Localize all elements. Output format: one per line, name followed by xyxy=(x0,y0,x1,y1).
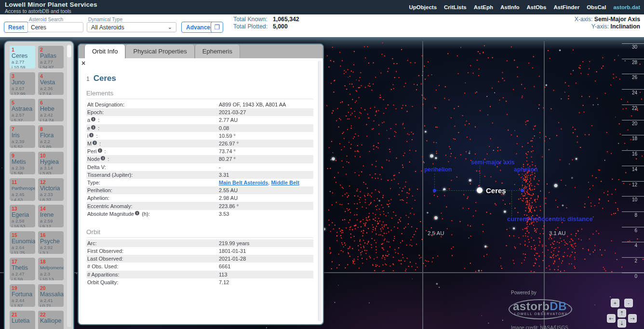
asteroid-name: Eunomia xyxy=(12,238,33,245)
property-label-end: (h): xyxy=(140,211,150,217)
pan-right-button[interactable]: ⇢ xyxy=(628,314,637,323)
total-known-value: 1,065,342 xyxy=(273,16,299,23)
asteroid-card[interactable]: 9 Metis a 2.39 i 5.58 xyxy=(10,152,35,174)
nav-link[interactable]: AstFinder xyxy=(553,4,579,10)
panel-tab[interactable]: Ephemeris xyxy=(195,44,240,58)
asteroid-card[interactable]: 12 Victoria a 2.33 i 8.37 xyxy=(38,178,64,201)
asteroid-card[interactable]: 1 Ceres a 2.77 i 10.59 xyxy=(10,46,35,68)
info-icon[interactable] xyxy=(91,125,95,130)
asteroid-card[interactable]: 20 Massalia a 2.41 i 0.71 xyxy=(38,284,64,307)
asteroid-card[interactable]: 21 Lutetia xyxy=(10,311,35,329)
property-label: Arc xyxy=(87,240,95,246)
property-label: Peri xyxy=(87,148,97,154)
tick-line xyxy=(622,105,644,105)
asteroid-card[interactable]: 19 Fortuna a 2.44 i 1.57 xyxy=(10,284,35,307)
type-link[interactable]: Middle Belt xyxy=(271,180,299,185)
nav-link[interactable]: UpObjects xyxy=(409,4,437,10)
tick-line xyxy=(622,89,644,90)
nav-link[interactable]: AstObs xyxy=(527,4,547,10)
asteroid-card[interactable]: 15 Eunomia a 2.64 i 11.75 xyxy=(10,231,35,254)
asteroid-search-input[interactable] xyxy=(27,22,83,32)
dynamical-type-select[interactable]: All Asteroids ⌄ xyxy=(87,22,176,32)
property-row: Type: Main Belt Asteroids, Middle Belt xyxy=(86,179,313,186)
asteroid-name: Hygiea xyxy=(40,158,62,165)
asteroid-name: Massalia xyxy=(40,291,62,298)
asteroid-card[interactable]: 18 Melpomene a 2.3 i 10.13 xyxy=(38,258,64,280)
asteroid-name: Vesta xyxy=(40,79,62,86)
asteroid-card[interactable]: 6 Hebe a 2.42 i 14.74 xyxy=(38,99,64,121)
reset-button[interactable]: Reset xyxy=(4,22,28,33)
asteroid-number: 17 xyxy=(12,259,33,264)
sidebar-scrollbar-track[interactable] xyxy=(67,44,71,327)
asteroid-card[interactable]: 3 Juno a 2.67 i 12.99 xyxy=(10,72,35,95)
asteroid-a-value: a 2.44 xyxy=(12,298,33,303)
property-label: Type xyxy=(87,180,99,185)
zoom-out-button[interactable]: - xyxy=(624,299,633,307)
nav-link[interactable]: AstInfo xyxy=(500,4,520,10)
property-value: 73.74 ° xyxy=(219,148,313,154)
asteroid-name: Iris xyxy=(12,132,33,139)
asteroid-card[interactable]: 22 Kalliope xyxy=(38,311,64,329)
object-title: 1Ceres xyxy=(86,74,313,83)
info-icon[interactable] xyxy=(89,133,94,137)
asteroid-number: 15 xyxy=(12,233,33,238)
sidebar-scrollbar-thumb[interactable] xyxy=(67,45,71,57)
property-row: e : 0.08 xyxy=(86,124,313,132)
panel-scrollbar-track[interactable] xyxy=(318,61,322,321)
info-icon[interactable] xyxy=(135,211,139,215)
tick-line xyxy=(622,150,644,151)
asteroid-card[interactable]: 11 Parthenope a 2.45 i 4.63 xyxy=(10,178,35,201)
property-row: a : 2.77 AU xyxy=(86,116,313,124)
pan-down-button[interactable]: ⇣ xyxy=(617,319,626,328)
info-icon[interactable] xyxy=(101,156,105,160)
asteroid-name: Thetis xyxy=(12,264,33,271)
asteroid-list-sidebar: 1 Ceres a 2.77 i 10.59 2 Pallas a 2.77 i… xyxy=(4,40,74,329)
close-icon[interactable]: × xyxy=(79,58,88,68)
pan-up-button[interactable]: ⇡ xyxy=(617,309,626,317)
asteroid-card[interactable]: 10 Hygiea a 3.14 i 3.83 xyxy=(38,152,64,174)
asteroid-a-value: a 2.39 xyxy=(12,139,33,144)
asteroid-card[interactable]: 4 Vesta a 2.36 i 7.14 xyxy=(38,72,64,95)
zoom-in-button[interactable]: + xyxy=(611,299,619,307)
tick-label: 30 xyxy=(632,44,637,50)
asteroid-card[interactable]: 2 Pallas a 2.77 i 34.87 xyxy=(38,46,64,68)
orbit-section-title: Orbit xyxy=(86,228,313,238)
property-label-end: : xyxy=(105,164,106,170)
asteroid-card[interactable]: 7 Iris a 2.39 i 5.52 xyxy=(10,125,35,148)
asteroid-card[interactable]: 8 Flora a 2.2 i 5.89 xyxy=(38,125,64,148)
x-axis-value: Semi-Major Axis xyxy=(594,16,640,23)
info-icon[interactable] xyxy=(91,117,95,121)
tick-label: 2 xyxy=(634,258,637,263)
asteroid-name: Juno xyxy=(12,79,33,86)
property-value: Main Belt Asteroids, Middle Belt xyxy=(219,180,313,185)
nav-link[interactable]: ObsCal xyxy=(587,4,606,10)
asteroid-number: 4 xyxy=(40,74,62,79)
property-label-end: : xyxy=(94,133,97,139)
asteroid-card[interactable]: 5 Astraea a 2.57 i 5.37 xyxy=(10,99,35,121)
property-label: Orbit Quality xyxy=(87,279,117,285)
tick-line xyxy=(622,74,644,74)
panel-tab[interactable]: Orbit Info xyxy=(84,44,125,58)
y-axis-tick: 6 xyxy=(622,227,644,234)
nav-link[interactable]: CritLists xyxy=(444,4,467,10)
panel-tab[interactable]: Physical Properties xyxy=(125,44,194,58)
asteroid-card[interactable]: 13 Egeria a 2.58 i 16.53 xyxy=(10,205,35,227)
chevron-down-icon: ⌄ xyxy=(168,25,172,30)
asteroid-card[interactable]: 16 Psyche a 2.92 i 3.1 xyxy=(38,231,64,254)
type-link[interactable]: Main Belt Asteroids xyxy=(219,180,268,185)
info-icon[interactable] xyxy=(98,148,102,153)
asteroid-card[interactable]: 17 Thetis a 2.47 i 5.59 xyxy=(10,258,35,280)
asteroid-a-value: a 2.58 xyxy=(12,218,33,224)
info-icon[interactable] xyxy=(93,141,97,145)
asteroid-i-value: i 3.1 xyxy=(40,250,62,254)
nav-link[interactable]: astorb.dat xyxy=(613,4,640,10)
plot-window-icon-button[interactable]: ❐ xyxy=(211,22,223,33)
nav-link[interactable]: AstEph xyxy=(474,4,493,10)
asteroid-card[interactable]: 14 Irene a 2.59 i 9.12 xyxy=(38,205,64,227)
property-row: Node : 80.27 ° xyxy=(86,155,313,163)
asteroid-name: Flora xyxy=(40,132,62,139)
asteroid-i-value: i 1.57 xyxy=(12,303,33,307)
selected-object-marker[interactable] xyxy=(477,187,483,193)
pan-left-button[interactable]: ⇠ xyxy=(607,314,616,323)
property-value: 219.99 years xyxy=(219,240,313,246)
